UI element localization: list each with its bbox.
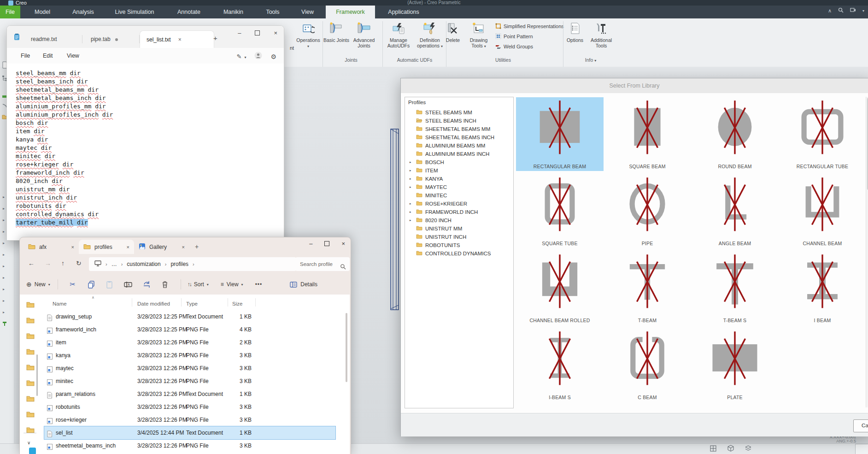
tree-expand-icon[interactable]: ▸	[3, 241, 5, 245]
nav-pane-folder-icon[interactable]	[26, 411, 35, 419]
tree-expand-icon[interactable]: ▸	[410, 160, 411, 164]
minimize-button[interactable]: –	[238, 29, 241, 36]
ribbon-tab-annotate[interactable]: Annotate	[167, 6, 211, 18]
close-tab-icon[interactable]: ×	[127, 244, 129, 250]
menu-edit[interactable]: Edit	[43, 48, 53, 64]
file-row-minitec[interactable]: minitec3/28/2023 12:26 PMPNG File3 KB	[44, 375, 335, 388]
tree-item-8020-inch[interactable]: ▸8020 INCH	[405, 216, 511, 224]
nav-pane-folder-icon[interactable]	[26, 395, 35, 404]
breadcrumb-segment[interactable]: customization	[127, 261, 160, 267]
nav-pane-folder-icon[interactable]	[26, 301, 35, 310]
tree-expand-icon[interactable]: ▸	[3, 230, 5, 234]
ribbon-tab-view[interactable]: View	[289, 6, 326, 18]
column-header-size[interactable]: Size	[232, 297, 242, 310]
definition-operations-button[interactable]: Definition operations ▾	[415, 21, 445, 49]
profile-card-channel-beam-rolled[interactable]: CHANNEL BEAM ROLLED	[516, 251, 604, 325]
cancel-button[interactable]: Cancel	[853, 419, 868, 432]
manage-autoudfs-button[interactable]: Manage AutoUDFs	[385, 21, 412, 48]
column-header-type[interactable]: Type	[186, 297, 198, 310]
details-button[interactable]: Details	[290, 281, 317, 288]
tree-item-controlled-dynamics[interactable]: CONTROLLED DYNAMICS	[405, 249, 511, 258]
file-row-item[interactable]: item3/28/2023 12:26 PMPNG File2 KB	[44, 336, 335, 349]
maximize-button[interactable]	[324, 241, 329, 246]
breadcrumb-segment[interactable]: profiles	[170, 261, 188, 267]
profile-card-i-beam-s[interactable]: I-BEAM S	[516, 328, 604, 402]
minimize-button[interactable]: –	[309, 240, 312, 247]
forward-button[interactable]: →	[45, 259, 51, 267]
tree-item-bosch[interactable]: ▸BOSCH	[405, 158, 511, 166]
profile-card-c-beam[interactable]: C BEAM	[604, 328, 691, 402]
tree-item-unistrut-inch[interactable]: UNISTRUT INCH	[405, 233, 511, 241]
back-button[interactable]: ←	[28, 259, 35, 267]
tree-item-minitec[interactable]: MINITEC	[405, 191, 511, 200]
close-tab-icon[interactable]: ×	[178, 36, 182, 43]
file-row-rose-krieger[interactable]: rose+krieger3/28/2023 12:26 PMPNG File3 …	[44, 413, 335, 426]
profile-card-t-beam-s[interactable]: T-BEAM S	[691, 251, 779, 325]
sort-button[interactable]: ↑↓ Sort▾	[188, 281, 209, 288]
menu-file[interactable]: File	[21, 48, 30, 64]
basic-joints-button[interactable]: Basic Joints	[323, 21, 350, 43]
profile-card-channel-beam[interactable]: CHANNEL BEAM	[779, 174, 866, 248]
file-row-robotunits[interactable]: robotunits3/28/2023 12:26 PMPNG File3 KB	[44, 401, 335, 413]
tree-item-maytec[interactable]: ▸MAYTEC	[405, 183, 511, 191]
cube-icon[interactable]	[727, 445, 734, 454]
tree-item-sheetmetal-beams-mm[interactable]: SHEETMETAL BEAMS MM	[405, 125, 511, 133]
operations-button[interactable]: Operations ▾	[295, 21, 322, 49]
chevron-down-icon[interactable]: ▾	[862, 9, 864, 13]
ribbon-tab-applications[interactable]: Applications	[375, 6, 432, 18]
profile-card-plate[interactable]: PLATE	[691, 328, 779, 402]
profile-card-angle-beam[interactable]: ANGLE BEAM	[691, 174, 779, 248]
file-row-param-relations[interactable]: param_relations3/28/2023 12:26 PMText Do…	[44, 388, 335, 401]
tree-item-aluminium-beams-mm[interactable]: ALUMINIUM BEAMS MM	[405, 142, 511, 150]
close-button[interactable]: ×	[341, 240, 345, 247]
tree-item-unistrut-mm[interactable]: UNISTRUT MM	[405, 224, 511, 233]
account-avatar[interactable]	[254, 52, 262, 61]
profile-card-rectangular-tube[interactable]: RECTANGULAR TUBE	[779, 97, 866, 171]
file-row-sheetmetal-beams-inch[interactable]: sheetmetal_beams_inch3/28/2023 12:26 PMP…	[44, 439, 335, 452]
tree-expand-icon[interactable]: ▸	[3, 264, 5, 268]
file-list-scrollbar[interactable]	[346, 313, 347, 382]
profile-card-i-beam[interactable]: I BEAM	[779, 251, 866, 325]
status-corner-box[interactable]	[855, 444, 868, 454]
tree-item-aluminium-beams-inch[interactable]: ALUMINIUM BEAMS INCH	[405, 150, 511, 158]
tree-expand-icon[interactable]: ▸	[3, 206, 5, 211]
nav-pane-folder-icon[interactable]	[26, 317, 35, 325]
tree-item-kanya[interactable]: ▸KANYA	[405, 175, 511, 183]
rewrite-pen-icon[interactable]: ✎▾	[237, 53, 246, 60]
menu-view[interactable]: View	[67, 48, 79, 64]
nav-pane-scrollbar[interactable]	[36, 354, 38, 396]
tree-expand-icon[interactable]: ▸	[410, 169, 411, 172]
profile-card-t-beam[interactable]: T-BEAM	[604, 251, 691, 325]
tree-item-steel-beams-mm[interactable]: STEEL BEAMS MM	[405, 108, 511, 117]
delete-button[interactable]: Delete	[442, 21, 464, 43]
explorer-tab-gallery[interactable]: Gallery×	[134, 240, 189, 254]
close-tab-icon[interactable]: ×	[71, 244, 74, 250]
advanced-joints-button[interactable]: Advanced Joints	[351, 21, 377, 48]
more-options-button[interactable]: •••	[255, 281, 263, 288]
explorer-tab-afx[interactable]: afx×	[23, 240, 79, 254]
tree-root-label[interactable]: Profiles	[408, 100, 426, 105]
copy-icon[interactable]	[82, 281, 100, 289]
ribbon-tab-analysis[interactable]: Analysis	[65, 6, 102, 18]
tree-item-sheetmetal-beams-inch[interactable]: SHEETMETAL BEAMS INCH	[405, 133, 511, 142]
ribbon-tab-live-simulation[interactable]: Live Simulation	[102, 6, 167, 18]
up-button[interactable]: ↑	[61, 259, 65, 267]
ribbon-tab-manikin[interactable]: Manikin	[211, 6, 256, 18]
tree-item-frameworld-inch[interactable]: ▸FRAMEWORLD INCH	[405, 208, 511, 216]
tree-expand-icon[interactable]: ▸	[3, 218, 5, 222]
tree-expand-icon[interactable]: ▸	[3, 299, 5, 303]
explorer-tab-profiles[interactable]: profiles×	[79, 240, 134, 254]
notepad-tab-pipe-tab[interactable]: pipe.tab	[84, 30, 145, 48]
tree-expand-icon[interactable]: ▸	[410, 185, 411, 189]
tree-expand-icon[interactable]: ▸	[410, 218, 411, 222]
refresh-icon[interactable]: ↻	[76, 259, 82, 267]
tree-expand-icon[interactable]: ▸	[3, 253, 5, 257]
profile-card-pipe[interactable]: PIPE	[604, 174, 691, 248]
tree-item-item[interactable]: ▸ITEM	[405, 166, 511, 175]
delete-icon[interactable]	[156, 281, 174, 288]
tree-expand-icon[interactable]: ▸	[3, 287, 5, 291]
point-pattern-button[interactable]: Point Pattern	[495, 32, 533, 41]
file-row-kanya[interactable]: kanya3/28/2023 12:26 PMPNG File3 KB	[44, 349, 335, 362]
paste-icon[interactable]	[100, 281, 119, 289]
options-button[interactable]: Options	[563, 21, 587, 43]
